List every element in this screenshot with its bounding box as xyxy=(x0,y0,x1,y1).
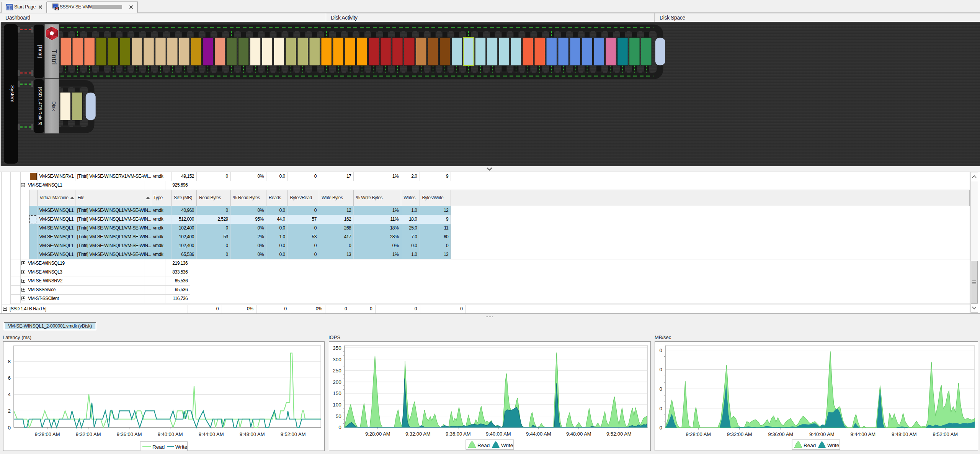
svg-text:Write: Write xyxy=(175,444,187,450)
svg-text:9:36:00 AM: 9:36:00 AM xyxy=(117,431,142,437)
svg-text:9:36:00 AM: 9:36:00 AM xyxy=(768,431,793,437)
svg-text:0: 0 xyxy=(659,367,662,372)
svg-text:0: 0 xyxy=(659,347,662,353)
svg-text:9:44:00 AM: 9:44:00 AM xyxy=(850,431,875,437)
svg-text:9:52:00 AM: 9:52:00 AM xyxy=(281,431,306,437)
svg-text:Disk: Disk xyxy=(51,102,56,111)
svg-text:9:40:00 AM: 9:40:00 AM xyxy=(486,431,511,437)
svg-text:2: 2 xyxy=(8,408,11,414)
svg-text:Write: Write xyxy=(501,443,513,448)
svg-text:9:48:00 AM: 9:48:00 AM xyxy=(240,431,265,437)
svg-text:9:48:00 AM: 9:48:00 AM xyxy=(566,431,591,437)
svg-text:9:32:00 AM: 9:32:00 AM xyxy=(405,431,431,437)
svg-text:9:28:00 AM: 9:28:00 AM xyxy=(686,431,711,437)
svg-text:[SSD 1.4TB Raid 5]: [SSD 1.4TB Raid 5] xyxy=(38,87,42,125)
svg-text:9:28:00 AM: 9:28:00 AM xyxy=(35,431,60,437)
svg-text:Read: Read xyxy=(477,443,490,448)
svg-text:0: 0 xyxy=(659,406,662,411)
svg-text:6: 6 xyxy=(8,375,11,381)
svg-text:9:36:00 AM: 9:36:00 AM xyxy=(446,431,471,437)
svg-text:9:28:00 AM: 9:28:00 AM xyxy=(365,431,390,437)
svg-text:System: System xyxy=(10,85,15,102)
svg-text:0: 0 xyxy=(8,425,11,431)
svg-text:9:32:00 AM: 9:32:00 AM xyxy=(727,431,752,437)
svg-text:Tintri: Tintri xyxy=(51,49,57,65)
svg-text:Write: Write xyxy=(827,443,839,448)
svg-text:0: 0 xyxy=(338,424,341,430)
svg-text:9:44:00 AM: 9:44:00 AM xyxy=(526,431,551,437)
svg-text:9:52:00 AM: 9:52:00 AM xyxy=(933,431,958,437)
svg-text:9:40:00 AM: 9:40:00 AM xyxy=(809,431,835,437)
svg-text:0: 0 xyxy=(659,386,662,392)
svg-text:50: 50 xyxy=(336,413,341,419)
svg-text:300: 300 xyxy=(333,357,341,362)
svg-text:Read: Read xyxy=(804,443,816,448)
svg-text:4: 4 xyxy=(8,392,11,397)
svg-text:9:44:00 AM: 9:44:00 AM xyxy=(199,431,224,437)
svg-text:100: 100 xyxy=(333,402,341,408)
svg-text:8: 8 xyxy=(8,359,11,364)
svg-text:9:52:00 AM: 9:52:00 AM xyxy=(606,431,632,437)
svg-text:0: 0 xyxy=(659,425,662,431)
svg-text:200: 200 xyxy=(333,379,341,385)
svg-text:[Tintri]: [Tintri] xyxy=(38,45,43,58)
svg-text:9:32:00 AM: 9:32:00 AM xyxy=(76,431,101,437)
svg-text:350: 350 xyxy=(333,345,341,351)
svg-text:250: 250 xyxy=(333,368,341,374)
svg-text:150: 150 xyxy=(333,390,341,396)
svg-text:Read: Read xyxy=(152,444,165,450)
svg-text:9:48:00 AM: 9:48:00 AM xyxy=(892,431,917,437)
svg-text:9:40:00 AM: 9:40:00 AM xyxy=(158,431,183,437)
